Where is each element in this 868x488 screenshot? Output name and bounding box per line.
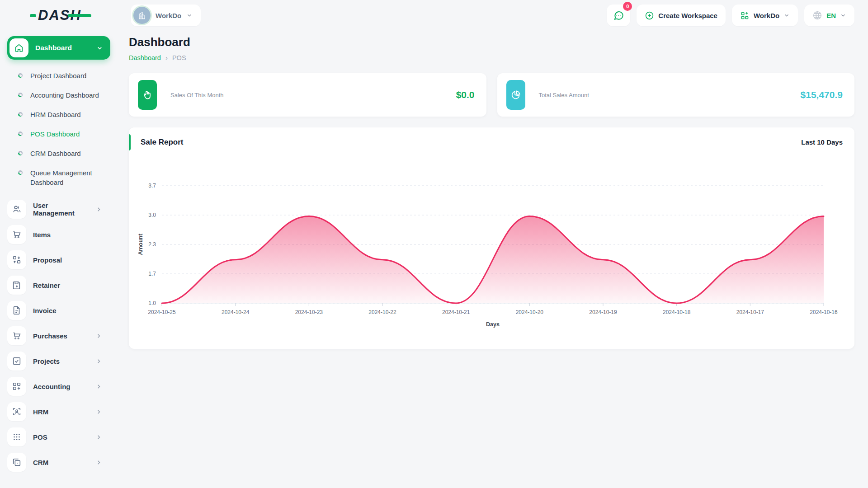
- messages-badge: 0: [623, 2, 632, 11]
- check-square-icon: [7, 352, 26, 371]
- grid-plus-icon: [7, 377, 26, 396]
- chat-bubble-icon: [613, 9, 624, 21]
- x-tick-label: 2024-10-22: [368, 309, 396, 315]
- app-logo[interactable]: DASH: [30, 7, 81, 23]
- chevron-down-icon: [96, 45, 103, 52]
- logo-bar-icon: [68, 14, 91, 17]
- sidebar-item-label: User Management: [33, 202, 89, 217]
- sidebar-item-purchases[interactable]: Purchases: [7, 323, 110, 348]
- sidebar-subitem-hrm-dashboard[interactable]: HRM Dashboard: [7, 105, 110, 124]
- y-tick-label: 1.0: [148, 300, 156, 306]
- sidebar-item-hrm[interactable]: HRM: [7, 399, 110, 424]
- create-workspace-label: Create Workspace: [658, 12, 717, 19]
- chevron-right-icon: [95, 383, 102, 390]
- sidebar-item-label: Accounting: [33, 383, 89, 390]
- user-scan-icon: [7, 402, 26, 421]
- sidebar-subitem-label: Queue Management Dashboard: [30, 168, 105, 187]
- breadcrumb: Dashboard › POS: [129, 54, 854, 61]
- sidebar-item-label: POS: [33, 433, 89, 441]
- chevron-right-icon: [95, 333, 102, 339]
- sidebar-item-label: HRM: [33, 408, 89, 416]
- file-icon: [7, 301, 26, 320]
- stat-card-value: $0.0: [456, 89, 475, 100]
- click-hand-icon: [138, 80, 157, 110]
- grid-plus-icon: [740, 11, 750, 20]
- logo-dash-icon: [30, 14, 36, 17]
- sidebar-item-invoice[interactable]: Invoice: [7, 298, 110, 323]
- sidebar-item-proposal[interactable]: Proposal: [7, 247, 110, 272]
- chevron-right-icon: [95, 459, 102, 466]
- bullet-icon: [18, 151, 23, 155]
- sidebar-subitem-accounting-dashboard[interactable]: Accounting Dashboard: [7, 85, 110, 105]
- chevron-right-icon: [95, 358, 102, 365]
- language-selector[interactable]: EN: [804, 5, 854, 26]
- stat-card-label: Total Sales Amount: [539, 92, 801, 99]
- sidebar-item-crm[interactable]: CRM: [7, 450, 110, 475]
- bullet-icon: [18, 112, 23, 117]
- cart-icon: [7, 326, 26, 345]
- x-tick-label: 2024-10-21: [442, 309, 470, 315]
- x-tick-label: 2024-10-23: [295, 309, 323, 315]
- y-axis-title: Amount: [137, 234, 144, 255]
- bullet-icon: [18, 131, 23, 136]
- top-bar: DASH WorkDo 0 Create Workspace: [0, 0, 868, 32]
- workspace-menu-button[interactable]: WorkDo: [732, 5, 798, 26]
- sidebar-subitem-label: HRM Dashboard: [30, 110, 81, 119]
- create-workspace-button[interactable]: Create Workspace: [637, 5, 726, 26]
- stat-card-label: Sales Of This Month: [170, 92, 456, 99]
- sidebar-item-label: Proposal: [33, 256, 110, 264]
- sidebar-item-user-management[interactable]: User Management: [7, 197, 110, 222]
- sidebar-item-retainer[interactable]: Retainer: [7, 272, 110, 298]
- users-icon: [7, 200, 26, 219]
- y-tick-label: 2.3: [148, 241, 156, 248]
- chart-title: Sale Report: [141, 138, 801, 147]
- sidebar-item-label: Invoice: [33, 307, 110, 314]
- sidebar-subitem-project-dashboard[interactable]: Project Dashboard: [7, 66, 110, 85]
- messages-button[interactable]: 0: [607, 5, 630, 26]
- chevron-down-icon: [840, 12, 846, 19]
- stat-card-total-sales-amount: Total Sales Amount $15,470.9: [497, 73, 855, 117]
- chevron-down-icon: [186, 12, 193, 19]
- sidebar-subitem-pos-dashboard[interactable]: POS Dashboard: [7, 124, 110, 144]
- stat-card-sales-of-this-month: Sales Of This Month $0.0: [129, 73, 486, 117]
- sidebar-item-label: Retainer: [33, 282, 110, 289]
- stat-cards-row: Sales Of This Month $0.0 Total Sales Amo…: [129, 73, 854, 117]
- sidebar-item-accounting[interactable]: Accounting: [7, 374, 110, 399]
- sidebar-subitem-queue-management-dashboard[interactable]: Queue Management Dashboard: [7, 163, 110, 192]
- sidebar-item-label: CRM: [33, 459, 89, 466]
- x-tick-label: 2024-10-19: [589, 309, 617, 315]
- sidebar-menu: User Management Items Proposal Retainer …: [7, 197, 110, 475]
- breadcrumb-current: POS: [172, 54, 186, 61]
- sidebar-item-label: Projects: [33, 357, 89, 365]
- building-icon: [133, 7, 151, 24]
- y-tick-label: 3.0: [148, 212, 156, 218]
- x-axis-title: Days: [486, 321, 500, 328]
- main-content: Dashboard Dashboard › POS Sales Of This …: [129, 32, 854, 349]
- y-tick-label: 3.7: [148, 183, 156, 189]
- chevron-right-icon: [95, 206, 102, 213]
- workspace-selector[interactable]: WorkDo: [131, 5, 201, 26]
- sidebar-subitem-label: Project Dashboard: [30, 71, 86, 80]
- sale-report-chart: 1.01.72.33.03.72024-10-252024-10-242024-…: [129, 157, 854, 349]
- chart-range-label: Last 10 Days: [801, 138, 843, 146]
- sidebar-item-dashboard[interactable]: Dashboard: [7, 36, 110, 60]
- chevron-right-icon: [95, 408, 102, 415]
- sidebar-item-pos[interactable]: POS: [7, 424, 110, 450]
- dashboard-submenu: Project Dashboard Accounting Dashboard H…: [7, 66, 110, 192]
- pie-chart-icon: [506, 80, 525, 110]
- x-tick-label: 2024-10-16: [810, 309, 838, 315]
- breadcrumb-separator-icon: ›: [165, 54, 168, 61]
- transfer-icon: [7, 250, 26, 269]
- sidebar-item-label: Dashboard: [35, 44, 90, 52]
- sidebar-subitem-crm-dashboard[interactable]: CRM Dashboard: [7, 144, 110, 163]
- sidebar-item-items[interactable]: Items: [7, 222, 110, 247]
- breadcrumb-dashboard-link[interactable]: Dashboard: [129, 54, 161, 61]
- x-tick-label: 2024-10-17: [736, 309, 764, 315]
- sidebar-item-projects[interactable]: Projects: [7, 348, 110, 374]
- x-tick-label: 2024-10-20: [516, 309, 544, 315]
- sidebar-subitem-label: CRM Dashboard: [30, 149, 81, 158]
- workspace-name: WorkDo: [156, 12, 181, 19]
- bullet-icon: [18, 93, 23, 97]
- circle-plus-icon: [645, 11, 654, 20]
- chart-header: Sale Report Last 10 Days: [129, 127, 854, 157]
